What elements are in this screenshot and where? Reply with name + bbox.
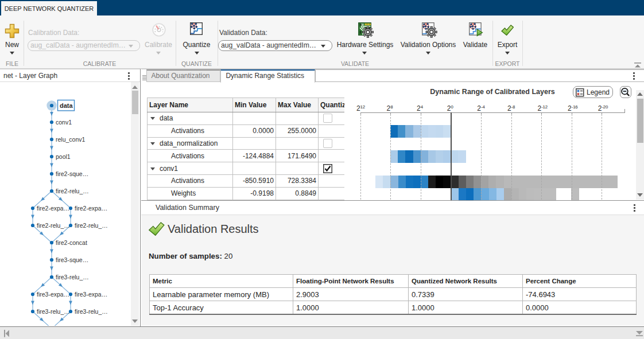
- svg-text:fire2-concat: fire2-concat: [56, 239, 87, 246]
- svg-text:relu_conv1: relu_conv1: [56, 136, 86, 143]
- svg-text:fire3-expa…: fire3-expa…: [75, 291, 107, 298]
- svg-text:fire3-expa…: fire3-expa…: [37, 291, 69, 298]
- svg-text:fire2-relu_…: fire2-relu_…: [37, 222, 70, 229]
- svg-text:fire3-relu_…: fire3-relu_…: [37, 308, 70, 315]
- svg-text:pool1: pool1: [56, 153, 71, 160]
- svg-text:fire3-relu_…: fire3-relu_…: [75, 308, 108, 315]
- svg-text:fire2-sque…: fire2-sque…: [56, 170, 88, 177]
- svg-text:fire2-relu_…: fire2-relu_…: [75, 222, 108, 229]
- svg-text:data: data: [60, 102, 73, 109]
- svg-text:fire3-sque…: fire3-sque…: [56, 256, 88, 263]
- svg-text:fire2-expa…: fire2-expa…: [75, 205, 107, 212]
- svg-text:fire2-expa…: fire2-expa…: [37, 205, 69, 212]
- svg-text:conv1: conv1: [56, 119, 72, 126]
- svg-text:fire3-relu_…: fire3-relu_…: [56, 274, 89, 280]
- svg-text:fire2-relu_…: fire2-relu_…: [56, 188, 89, 194]
